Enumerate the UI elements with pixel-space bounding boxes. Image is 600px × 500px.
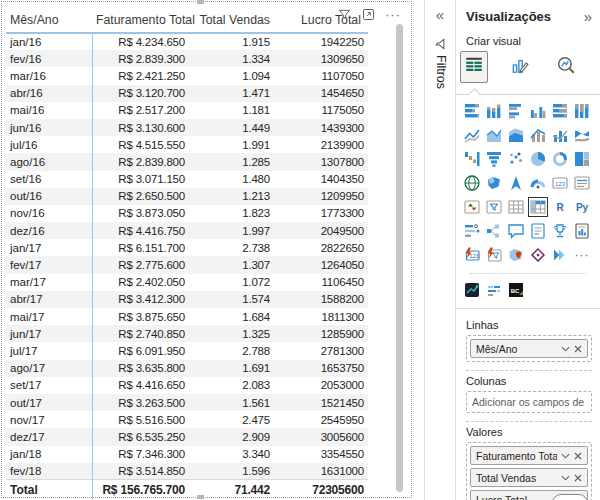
table-cell[interactable]: nov/16	[6, 205, 92, 222]
table-row[interactable]: jul/17R$ 6.091.9502.7882781300	[6, 342, 368, 359]
table-cell[interactable]: 1307800	[274, 153, 368, 170]
table-cell[interactable]: out/16	[6, 188, 92, 205]
qa-icon[interactable]	[506, 221, 526, 241]
table-cell[interactable]: 2.475	[189, 411, 274, 428]
table-cell[interactable]: fev/16	[6, 50, 92, 67]
table-cell[interactable]: 1653750	[274, 360, 368, 377]
table-cell[interactable]: R$ 2.517.200	[92, 102, 189, 119]
tab-build-visual[interactable]	[460, 51, 488, 83]
expand-filters-chevron-icon[interactable]: «	[425, 6, 455, 23]
column-header-mes-ano[interactable]: Mês/Ano	[6, 7, 92, 33]
line-clustered-column-chart-icon[interactable]	[550, 125, 570, 145]
table-cell[interactable]: jan/18	[6, 446, 92, 463]
remove-field-icon[interactable]	[574, 452, 582, 460]
treemap-icon[interactable]	[572, 149, 592, 169]
table-cell[interactable]: 2781300	[274, 342, 368, 359]
table-cell[interactable]: 1.480	[189, 171, 274, 188]
waterfall-chart-icon[interactable]	[462, 149, 482, 169]
funnel-chart-icon[interactable]	[484, 149, 504, 169]
table-cell[interactable]: 1309650	[274, 50, 368, 67]
key-influencers-icon[interactable]	[462, 221, 482, 241]
table-cell[interactable]: 1.574	[189, 291, 274, 308]
field-pill-faturamento-total[interactable]: Faturamento Total	[470, 446, 588, 465]
slicer-new-icon[interactable]	[484, 245, 504, 265]
more-options-icon[interactable]: ···	[572, 245, 592, 265]
chevron-down-icon[interactable]	[561, 452, 570, 460]
table-cell[interactable]: 1106450	[274, 274, 368, 291]
table-cell[interactable]: 1.915	[189, 33, 274, 50]
table-row[interactable]: fev/18R$ 3.514.8501.5961631000	[6, 463, 368, 480]
table-cell[interactable]: R$ 3.412.300	[92, 291, 189, 308]
table-cell[interactable]: 1631000	[274, 463, 368, 480]
table-scrollbar[interactable]	[396, 24, 403, 492]
smart-narrative-icon[interactable]	[528, 221, 548, 241]
table-cell[interactable]: nov/17	[6, 411, 92, 428]
table-cell[interactable]: 1285900	[274, 325, 368, 342]
multi-row-card-icon[interactable]	[572, 173, 592, 193]
card-new-icon[interactable]: 123	[462, 245, 482, 265]
table-cell[interactable]: 2.738	[189, 239, 274, 256]
table-cell[interactable]: 2822650	[274, 239, 368, 256]
field-pill-mes-ano[interactable]: Mês/Ano	[470, 339, 588, 358]
table-cell[interactable]: 3.340	[189, 446, 274, 463]
paginated-report-icon[interactable]	[572, 221, 592, 241]
values-well[interactable]: Faturamento Total Total Vendas Lucro Tot…	[466, 442, 592, 500]
matrix-visual[interactable]: ··· Mês/Ano Faturamento Total Total Vend…	[1, 1, 412, 498]
table-row[interactable]: jun/17R$ 2.740.8501.3251285900	[6, 325, 368, 342]
resize-handle-bottom[interactable]	[197, 495, 204, 499]
table-row[interactable]: abr/16R$ 3.120.7001.4711454650	[6, 85, 368, 102]
filled-map-icon[interactable]	[484, 173, 504, 193]
table-cell[interactable]: R$ 2.839.800	[92, 153, 189, 170]
field-pill-total-vendas[interactable]: Total Vendas	[470, 468, 588, 487]
r-script-icon[interactable]: R	[550, 197, 570, 217]
table-row[interactable]: jun/16R$ 3.130.6001.4491439300	[6, 119, 368, 136]
table-cell[interactable]: R$ 3.263.500	[92, 394, 189, 411]
table-cell[interactable]: R$ 6.091.950	[92, 342, 189, 359]
table-cell[interactable]: 1439300	[274, 119, 368, 136]
line-stacked-column-chart-icon[interactable]	[528, 125, 548, 145]
table-cell[interactable]: R$ 3.635.800	[92, 360, 189, 377]
table-cell[interactable]: 1.991	[189, 136, 274, 153]
table-cell[interactable]: R$ 7.346.300	[92, 446, 189, 463]
table-cell[interactable]: fev/18	[6, 463, 92, 480]
decomposition-tree-icon[interactable]	[484, 221, 504, 241]
area-chart-icon[interactable]	[484, 125, 504, 145]
table-cell[interactable]: 1209950	[274, 188, 368, 205]
table-cell[interactable]: 1.307	[189, 256, 274, 273]
table-row[interactable]: fev/17R$ 2.775.6001.3071264050	[6, 256, 368, 273]
table-cell[interactable]: mai/17	[6, 308, 92, 325]
map-icon[interactable]	[462, 173, 482, 193]
table-row[interactable]: mar/16R$ 2.421.2501.0941107050	[6, 67, 368, 84]
table-cell[interactable]: 1.325	[189, 325, 274, 342]
table-cell[interactable]: 1.684	[189, 308, 274, 325]
ribbon-chart-icon[interactable]	[572, 125, 592, 145]
table-cell[interactable]: 2139900	[274, 136, 368, 153]
table-cell[interactable]: fev/17	[6, 256, 92, 273]
table-row[interactable]: mar/17R$ 2.402.0501.0721106450	[6, 274, 368, 291]
table-cell[interactable]: R$ 6.151.700	[92, 239, 189, 256]
table-cell[interactable]: dez/16	[6, 222, 92, 239]
metrics-icon[interactable]	[550, 221, 570, 241]
line-chart-icon[interactable]	[462, 125, 482, 145]
table-cell[interactable]: R$ 3.120.700	[92, 85, 189, 102]
table-row[interactable]: set/17R$ 4.416.6502.0832053000	[6, 377, 368, 394]
table-row[interactable]: ago/17R$ 3.635.8001.6911653750	[6, 360, 368, 377]
filter-icon[interactable]	[337, 7, 352, 22]
table-cell[interactable]: 1.596	[189, 463, 274, 480]
table-cell[interactable]: 1404350	[274, 171, 368, 188]
table-cell[interactable]: out/17	[6, 394, 92, 411]
table-row[interactable]: jan/16R$ 4.234.6501.9151942250	[6, 33, 368, 50]
table-cell[interactable]: R$ 4.416.650	[92, 377, 189, 394]
table-row[interactable]: mai/16R$ 2.517.2001.1811175050	[6, 102, 368, 119]
table-cell[interactable]: 2.909	[189, 428, 274, 445]
table-row[interactable]: nov/17R$ 5.516.5002.4752545950	[6, 411, 368, 428]
donut-chart-icon[interactable]	[550, 149, 570, 169]
table-cell[interactable]: R$ 3.130.600	[92, 119, 189, 136]
table-cell[interactable]: 1.561	[189, 394, 274, 411]
slicer-icon[interactable]	[484, 197, 504, 217]
table-cell[interactable]: ago/16	[6, 153, 92, 170]
table-row[interactable]: mai/17R$ 3.875.6501.6841811300	[6, 308, 368, 325]
pie-chart-icon[interactable]	[528, 149, 548, 169]
arcgis-map-icon[interactable]	[506, 245, 526, 265]
table-cell[interactable]: 1773300	[274, 205, 368, 222]
